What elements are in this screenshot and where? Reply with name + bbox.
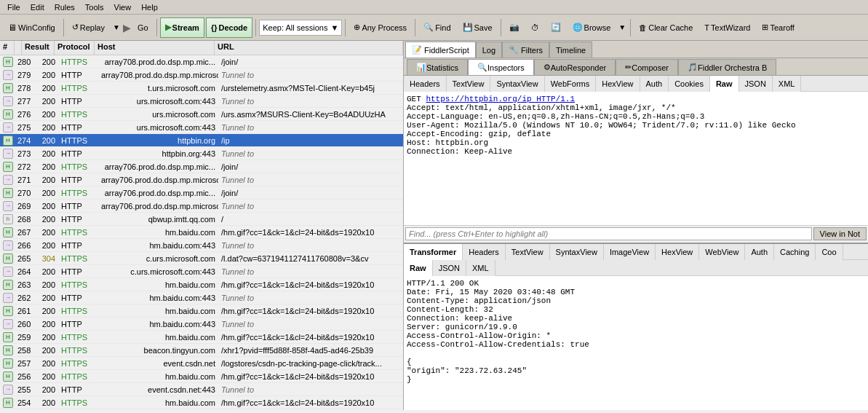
- table-row[interactable]: H 253 200 HTTPS event.csdn.net /logstore…: [0, 409, 403, 410]
- table-row[interactable]: H 259 200 HTTPS hm.baidu.com /hm.gif?cc=…: [0, 331, 403, 344]
- table-row[interactable]: → 264 200 HTTP c.urs.microsoft.com:443 T…: [0, 265, 403, 278]
- table-row[interactable]: H 270 200 HTTPS array706.prod.do.dsp.mp.…: [0, 186, 403, 200]
- table-row[interactable]: → 269 200 HTTP array706.prod.do.dsp.mp.m…: [0, 200, 403, 213]
- menu-file[interactable]: File: [3, 2, 25, 12]
- row-icon: →: [0, 383, 15, 396]
- table-row[interactable]: H 278 200 HTTPS t.urs.microsoft.com /urs…: [0, 82, 403, 95]
- req-tab-textview[interactable]: TextView: [447, 76, 491, 92]
- row-icon: H: [0, 278, 15, 291]
- row-url: /hm.gif?cc=1&ck=1&cl=24-bit&ds=1920x10: [218, 306, 403, 316]
- table-row[interactable]: → 255 200 HTTP event.csdn.net:443 Tunnel…: [0, 383, 403, 396]
- table-row[interactable]: → 275 200 HTTP urs.microsoft.com:443 Tun…: [0, 121, 403, 134]
- request-line3: Accept-Language: en-US,en;q=0.8,zh-Hans-…: [407, 112, 865, 121]
- table-row[interactable]: → 271 200 HTTP array706.prod.do.dsp.mp.m…: [0, 173, 403, 186]
- save-button[interactable]: 💾 Save: [458, 17, 498, 38]
- menu-tools[interactable]: Tools: [81, 2, 108, 12]
- table-row[interactable]: → 279 200 HTTP array708.prod.do.dsp.mp.m…: [0, 68, 403, 82]
- row-protocol: HTTP: [58, 149, 98, 159]
- req-tab-raw[interactable]: Raw: [710, 76, 739, 92]
- resp-tab-textview[interactable]: TextView: [506, 244, 550, 260]
- table-row[interactable]: H 274 200 HTTPS httpbin.org /ip: [0, 134, 403, 147]
- tunnel-icon: →: [3, 293, 13, 303]
- tab-timeline[interactable]: Timeline: [549, 42, 592, 58]
- resp-tab-imageview[interactable]: ImageView: [604, 244, 656, 260]
- row-id: 280: [15, 57, 33, 67]
- tab-fiddlerscript[interactable]: 📝 FiddlerScript: [405, 42, 476, 58]
- browse-dropdown[interactable]: ▼: [617, 22, 627, 33]
- req-tab-auth[interactable]: Auth: [640, 76, 669, 92]
- resp-tab-auth[interactable]: Auth: [745, 244, 774, 260]
- table-row[interactable]: H 272 200 HTTPS array706.prod.do.dsp.mp.…: [0, 160, 403, 173]
- table-row[interactable]: H 256 200 HTTPS hm.baidu.com /hm.gif?cc=…: [0, 370, 403, 383]
- menu-edit[interactable]: Edit: [26, 2, 49, 12]
- table-row[interactable]: H 257 200 HTTPS event.csdn.net /logstore…: [0, 357, 403, 370]
- table-row[interactable]: h 268 200 HTTP qbwup.imtt.qq.com /: [0, 213, 403, 226]
- resp-tab-coo[interactable]: Coo: [816, 244, 843, 260]
- req-tab-json[interactable]: JSON: [739, 76, 773, 92]
- table-row[interactable]: → 277 200 HTTP urs.microsoft.com:443 Tun…: [0, 95, 403, 108]
- replay-button[interactable]: ↺ Replay: [67, 17, 110, 38]
- resp-subtab-raw[interactable]: Raw: [404, 260, 433, 276]
- https-icon: H: [3, 253, 13, 264]
- table-row[interactable]: H 254 200 HTTPS hm.baidu.com /hm.gif?cc=…: [0, 396, 403, 409]
- menu-help[interactable]: Help: [137, 2, 162, 12]
- textwizard-button[interactable]: T TextWizard: [699, 17, 755, 38]
- tab-statistics[interactable]: 📊 Statistics: [407, 59, 468, 75]
- table-row[interactable]: H 265 304 HTTPS c.urs.microsoft.com /l.d…: [0, 252, 403, 265]
- resp-tab-hexview[interactable]: HexView: [656, 244, 699, 260]
- req-tab-headers[interactable]: Headers: [404, 76, 447, 92]
- table-row[interactable]: H 280 200 HTTPS array708.prod.do.dsp.mp.…: [0, 55, 403, 68]
- clear-cache-button[interactable]: 🗑 Clear Cache: [634, 17, 698, 38]
- table-row[interactable]: → 260 200 HTTP hm.baidu.com:443 Tunnel t…: [0, 318, 403, 331]
- refresh-button[interactable]: 🔄: [546, 17, 566, 38]
- https-icon: H: [3, 109, 13, 119]
- table-row[interactable]: → 266 200 HTTP hm.baidu.com:443 Tunnel t…: [0, 239, 403, 252]
- req-tab-hexview[interactable]: HexView: [596, 76, 640, 92]
- tearoff-button[interactable]: ⊞ Tearoff: [757, 17, 799, 38]
- row-protocol: HTTP: [58, 319, 98, 329]
- tab-inspectors[interactable]: 🔍 Inspectors: [468, 59, 534, 75]
- resp-tab-transformer[interactable]: Transformer: [404, 244, 463, 260]
- row-url: Tunnel to: [218, 240, 403, 251]
- find-button[interactable]: 🔍 Find: [418, 17, 455, 38]
- any-process-button[interactable]: ⊕ Any Process: [349, 17, 412, 38]
- resp-subtab-json[interactable]: JSON: [433, 260, 466, 276]
- tab-composer[interactable]: ✏ Composer: [616, 59, 678, 75]
- table-row[interactable]: H 258 200 HTTPS beacon.tingyun.com /xhr1…: [0, 344, 403, 357]
- tab-autoresponder[interactable]: ⚙ AutoResponder: [534, 59, 616, 75]
- request-url-link[interactable]: https://httpbin.org/ip HTTP/1.1: [426, 95, 575, 103]
- resp-tab-syntaxview[interactable]: SyntaxView: [550, 244, 604, 260]
- req-tab-syntaxview[interactable]: SyntaxView: [490, 76, 544, 92]
- req-tab-webforms[interactable]: WebForms: [545, 76, 597, 92]
- table-row[interactable]: H 267 200 HTTPS hm.baidu.com /hm.gif?cc=…: [0, 226, 403, 239]
- table-row[interactable]: H 263 200 HTTPS hm.baidu.com /hm.gif?cc=…: [0, 278, 403, 291]
- resp-tab-caching[interactable]: Caching: [774, 244, 816, 260]
- view-in-not-button[interactable]: View in Not: [813, 227, 867, 240]
- tab-filters[interactable]: 🔧 Filters: [502, 42, 549, 58]
- tab-fiddler-orchestra[interactable]: 🎵 Fiddler Orchestra B: [678, 59, 776, 75]
- keep-dropdown[interactable]: Keep: All sessions ▼: [259, 20, 342, 36]
- table-row[interactable]: → 262 200 HTTP hm.baidu.com:443 Tunnel t…: [0, 291, 403, 304]
- winconfig-button[interactable]: 🖥 WinConfig: [3, 17, 60, 38]
- menu-rules[interactable]: Rules: [50, 2, 79, 12]
- decode-button[interactable]: {} Decode: [206, 17, 252, 38]
- req-tab-cookies[interactable]: Cookies: [669, 76, 710, 92]
- table-row[interactable]: → 273 200 HTTP httpbin.org:443 Tunnel to: [0, 147, 403, 160]
- resp-tab-headers[interactable]: Headers: [463, 244, 506, 260]
- resp-subtab-xml[interactable]: XML: [466, 260, 495, 276]
- replay-dropdown[interactable]: ▼: [111, 22, 122, 33]
- screenshot-button[interactable]: 📷: [504, 17, 525, 38]
- find-input[interactable]: [405, 227, 812, 240]
- resp-tab-webview[interactable]: WebView: [699, 244, 745, 260]
- https-icon: H: [3, 306, 13, 316]
- table-row[interactable]: H 261 200 HTTPS hm.baidu.com /hm.gif?cc=…: [0, 304, 403, 318]
- table-row[interactable]: H 276 200 HTTPS urs.microsoft.com /urs.a…: [0, 108, 403, 121]
- req-tab-xml[interactable]: XML: [773, 76, 802, 92]
- timer-button[interactable]: ⏱: [526, 17, 544, 38]
- menu-view[interactable]: View: [110, 2, 136, 12]
- row-result: 200: [33, 109, 58, 119]
- browse-button[interactable]: 🌐 Browse: [568, 17, 616, 38]
- stream-button[interactable]: ▶ Stream: [160, 17, 204, 38]
- tab-log[interactable]: Log: [476, 42, 502, 58]
- go-button[interactable]: Go: [132, 17, 154, 38]
